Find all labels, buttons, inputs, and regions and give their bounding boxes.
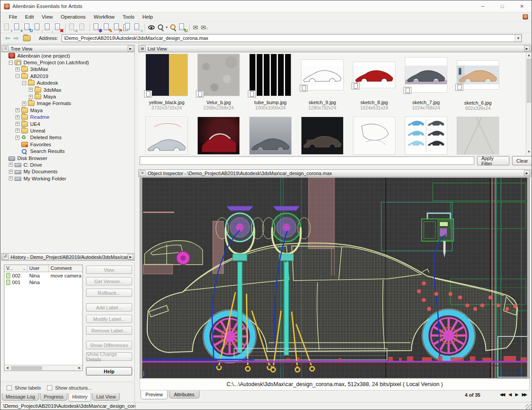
tree-item-autodesk[interactable]: −Autodesk [0, 80, 134, 86]
tab-attributes[interactable]: Attributes [169, 390, 199, 398]
clear-filter-button[interactable]: Clear [512, 156, 532, 165]
show-differences-button[interactable]: Show Differences [86, 341, 132, 349]
tree-item-favorites[interactable]: Favorites [0, 141, 134, 148]
file-thumbnail[interactable] [142, 117, 192, 155]
file-thumbnail[interactable] [246, 117, 295, 155]
tree-item-ue4[interactable]: +UE4 [0, 121, 134, 127]
file-thumbnail[interactable]: sketch_6.jpg602x339x24 [453, 54, 503, 111]
copy-pages-icon[interactable] [123, 23, 132, 32]
view-button[interactable]: View [86, 266, 132, 274]
apply-filter-button[interactable]: Apply Filter [477, 156, 509, 165]
tree-item-disk-browser[interactable]: Disk Browser [0, 155, 134, 161]
history-hscrollbar[interactable]: ◀ ▶ [4, 365, 82, 371]
preview-viewport[interactable] [140, 177, 530, 379]
file-thumbnail[interactable] [401, 117, 451, 155]
column-version[interactable]: V...▲ [4, 265, 27, 272]
expand-icon[interactable]: + [16, 115, 20, 119]
menu-help[interactable]: Help [138, 13, 157, 20]
scroll-right-icon[interactable]: ▶ [77, 366, 82, 370]
tree-item-c-drive[interactable]: +C: Drive [0, 161, 134, 168]
expand-icon[interactable]: + [16, 122, 20, 126]
zoom-dropdown-icon[interactable]: ▾ [166, 25, 168, 29]
expand-icon[interactable]: + [16, 129, 20, 133]
show-structure-checkbox[interactable] [47, 385, 52, 390]
expand-icon[interactable]: + [9, 170, 13, 174]
scroll-down-icon[interactable]: ▼ [526, 149, 532, 155]
help-button[interactable]: Help [86, 367, 132, 375]
mail-icon[interactable]: ✉ [193, 24, 198, 31]
mail-search-icon[interactable]: ✉○ [201, 24, 208, 31]
rollback-button[interactable]: Rollback... [86, 289, 132, 297]
expand-icon[interactable]: + [16, 108, 20, 112]
file-thumbnail[interactable]: yellow_black.jpg3732x3732x24 [142, 54, 192, 110]
blank-file-icon[interactable] [78, 23, 87, 32]
show-change-details-button[interactable]: Show Change Details [86, 352, 132, 361]
tab-preview[interactable]: Preview [141, 390, 168, 399]
tree-item-deleted-items[interactable]: +♻Deleted Items [0, 134, 134, 141]
column-user[interactable]: User [27, 265, 49, 272]
tree-item-demo-project[interactable]: −Demo_Project (on Latchford) [0, 59, 134, 66]
scroll-thumb[interactable] [11, 366, 42, 370]
expand-icon[interactable]: + [16, 136, 20, 140]
expand-icon[interactable]: + [9, 176, 13, 180]
filter-input[interactable] [140, 156, 474, 165]
tree-view-expand-icon[interactable]: ▶ [128, 46, 133, 51]
prev-page-icon[interactable]: ◀ [509, 392, 511, 397]
tab-message-log[interactable]: Message Log [2, 393, 39, 401]
scroll-left-icon[interactable]: ◀ [4, 366, 10, 370]
menu-edit[interactable]: Edit [21, 13, 38, 20]
tree-item-autodesk-maya[interactable]: +Maya [0, 93, 134, 100]
history-row[interactable]: 002 Nina move camera [4, 272, 82, 279]
check-out-icon[interactable]: ↻ [23, 23, 32, 32]
tab-progress[interactable]: Progress [40, 393, 67, 401]
edit-file-icon[interactable]: ✎ [102, 23, 112, 32]
file-thumbnail[interactable]: sketch_7.jpg1024x768x24 [401, 54, 451, 110]
minimize-button[interactable]: ─ [473, 0, 493, 12]
history-row[interactable]: 001 Nina [4, 279, 82, 285]
export-icon[interactable]: ➔ [68, 23, 77, 32]
file-thumbnail[interactable] [453, 117, 503, 155]
last-page-icon[interactable]: ▶▶ [522, 392, 526, 397]
resize-grip[interactable] [525, 404, 531, 410]
expand-icon[interactable]: + [22, 102, 26, 105]
file-thumbnail[interactable]: sketch_8.jpg1024x531x24 [349, 54, 399, 110]
menu-tools[interactable]: Tools [118, 13, 138, 20]
file-thumbnail[interactable] [194, 117, 243, 155]
history-expand-icon[interactable]: ▶ [128, 254, 133, 260]
list-view-expand-icon[interactable]: ▶ [524, 46, 530, 51]
file-thumbnail[interactable]: sketch_9.jpg1280x782x24 [297, 54, 347, 110]
object-inspector-expand-icon[interactable]: ▶ [524, 170, 530, 176]
tree-item-readme[interactable]: +Readme [0, 114, 134, 121]
collapse-icon[interactable]: − [16, 74, 20, 78]
tree-item-maya[interactable]: +Maya [0, 107, 134, 113]
tree-item-ab2019[interactable]: −AB2019 [0, 73, 134, 79]
back-icon[interactable]: ⇦ [5, 35, 10, 41]
show-labels-checkbox[interactable] [7, 385, 12, 390]
menu-file[interactable]: File [5, 13, 21, 20]
remove-label-button[interactable]: Remove Label... [86, 326, 132, 335]
new-file-icon[interactable]: + [3, 23, 12, 32]
tree-item-my-documents[interactable]: +My Documents [0, 168, 134, 175]
up-folder-icon[interactable] [23, 35, 31, 41]
menu-view[interactable]: View [38, 13, 57, 20]
file-thumbnail[interactable] [297, 117, 347, 155]
maximize-button[interactable]: □ [493, 0, 512, 12]
check-in-icon[interactable]: ↑ [33, 23, 43, 32]
add-label-button[interactable]: Add Label... [86, 303, 132, 312]
list-view-vscrollbar[interactable]: ▲ ▼ [526, 52, 532, 155]
collapse-icon[interactable]: − [9, 61, 13, 65]
file-thumbnail[interactable]: Velur_b.jpg2268x2268x24 [194, 54, 243, 110]
tree-item-alienbrain[interactable]: Alienbrain (one project) [0, 52, 134, 59]
expand-icon[interactable]: + [9, 163, 13, 167]
find-folder-icon[interactable] [168, 23, 177, 32]
tree-item-unreal[interactable]: +Unreal [0, 127, 134, 134]
expand-icon[interactable]: + [29, 88, 33, 92]
label-file-icon[interactable]: ⚑ [113, 23, 122, 32]
close-button[interactable]: ✕ [512, 0, 532, 12]
collapse-icon[interactable]: − [22, 81, 26, 85]
first-page-icon[interactable]: ◀◀ [500, 392, 504, 397]
next-page-icon[interactable]: ▶ [515, 392, 517, 397]
tree-item-search-results[interactable]: Search Results [0, 148, 134, 154]
modify-label-button[interactable]: Modify Label... [86, 315, 132, 323]
tree-item-image-formats[interactable]: +Image Formats [0, 100, 134, 107]
